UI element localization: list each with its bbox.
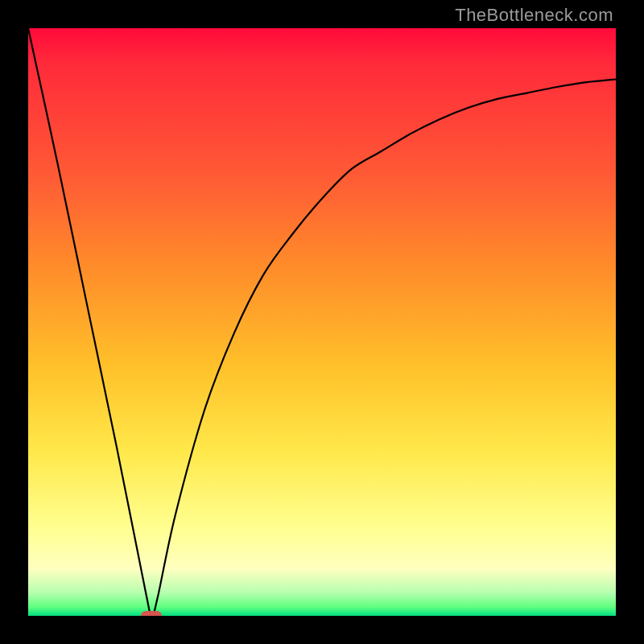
bottleneck-curve-path	[28, 28, 616, 616]
watermark-text: TheBottleneck.com	[455, 5, 613, 26]
optimal-marker	[141, 611, 162, 616]
plot-area	[28, 28, 616, 616]
curve-layer	[28, 28, 616, 616]
chart-frame: TheBottleneck.com	[0, 0, 644, 644]
